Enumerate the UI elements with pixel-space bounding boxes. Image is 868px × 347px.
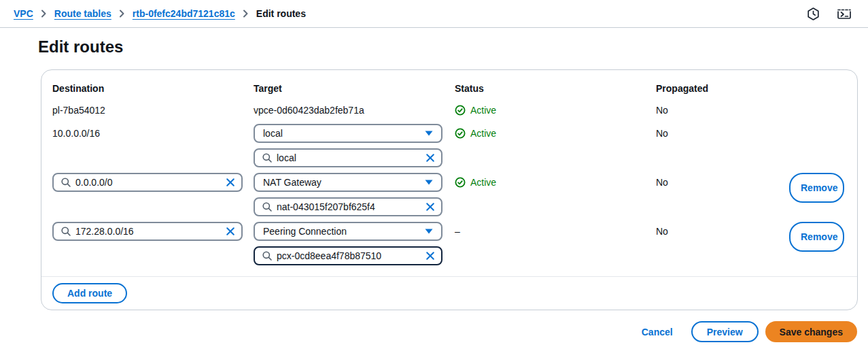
target-search-input[interactable] [277, 201, 419, 212]
target-search-input[interactable] [277, 152, 419, 163]
target-type-select[interactable]: NAT Gateway [254, 173, 442, 192]
chevron-right-icon [119, 10, 125, 18]
column-header-destination: Destination [52, 83, 254, 94]
add-route-button[interactable]: Add route [52, 283, 127, 303]
chevron-right-icon [41, 10, 47, 18]
destination-value: 10.0.0.0/16 [52, 124, 254, 143]
destination-search-box [52, 173, 243, 192]
topbar-icons [806, 7, 853, 21]
chevron-right-icon [243, 10, 249, 18]
table-row: pl-7ba54012 vpce-0d60423dab2feb71a Activ… [52, 103, 846, 117]
destination-search-box [52, 222, 243, 241]
target-search-input[interactable] [277, 250, 419, 261]
target-type-selected: Peering Connection [263, 226, 347, 237]
search-icon [262, 250, 273, 261]
propagated-value: No [656, 173, 789, 192]
target-type-select[interactable]: local [254, 124, 442, 143]
table-row: 10.0.0.0/16 local [52, 124, 846, 167]
cancel-button[interactable]: Cancel [642, 327, 673, 337]
chevron-down-icon [425, 229, 433, 234]
column-header-status: Status [455, 83, 656, 94]
destination-input[interactable] [75, 177, 220, 188]
destination-value: pl-7ba54012 [52, 103, 254, 117]
save-changes-button[interactable]: Save changes [765, 321, 857, 342]
clear-icon[interactable] [226, 227, 235, 236]
clear-icon[interactable] [426, 251, 435, 261]
clear-icon[interactable] [426, 153, 435, 163]
target-search-box [254, 197, 442, 216]
status-cell: Active [455, 103, 656, 117]
status-cell: Active [455, 173, 656, 192]
card-footer: Add route [41, 276, 857, 310]
search-icon [262, 201, 273, 212]
target-search-box [254, 148, 442, 167]
chevron-down-icon [425, 131, 433, 136]
chevron-down-icon [425, 180, 433, 185]
table-row: Peering Connection – No Remove [52, 222, 846, 265]
status-label: Active [470, 103, 496, 117]
target-type-selected: local [263, 128, 283, 139]
table-header-row: Destination Target Status Propagated [52, 83, 846, 94]
breadcrumb-current-page: Edit routes [256, 8, 306, 19]
breadcrumb: VPC Route tables rtb-0fefc24bd7121c81c E… [14, 8, 306, 19]
top-navigation-bar: VPC Route tables rtb-0fefc24bd7121c81c E… [0, 0, 868, 28]
propagated-value: No [656, 124, 789, 143]
breadcrumb-link-route-tables[interactable]: Route tables [54, 8, 111, 19]
clear-icon[interactable] [426, 202, 435, 212]
table-row: NAT Gateway [52, 173, 846, 216]
history-icon[interactable] [806, 7, 820, 21]
breadcrumb-link-route-table-id[interactable]: rtb-0fefc24bd7121c81c [133, 8, 235, 19]
target-value: vpce-0d60423dab2feb71a [254, 103, 455, 117]
remove-route-button[interactable]: Remove [789, 173, 844, 203]
cloudshell-icon[interactable] [837, 7, 853, 20]
search-icon [60, 226, 71, 237]
edit-routes-card: Destination Target Status Propagated pl-… [41, 69, 858, 310]
breadcrumb-link-vpc[interactable]: VPC [14, 8, 33, 19]
target-search-box [254, 246, 442, 265]
status-active-icon [455, 128, 466, 139]
status-active-icon [455, 177, 466, 188]
status-label: Active [470, 173, 496, 192]
propagated-value: No [656, 103, 789, 117]
search-icon [60, 177, 71, 188]
target-type-selected: NAT Gateway [263, 177, 322, 188]
status-cell: – [455, 222, 656, 241]
destination-input[interactable] [75, 226, 220, 237]
target-type-select[interactable]: Peering Connection [254, 222, 442, 241]
clear-icon[interactable] [226, 178, 235, 187]
propagated-value: No [656, 222, 789, 241]
page-actions: Cancel Preview Save changes [0, 321, 857, 342]
status-active-icon [455, 105, 466, 116]
status-cell: Active [455, 124, 656, 143]
column-header-propagated: Propagated [656, 83, 789, 94]
column-header-target: Target [254, 83, 455, 94]
remove-route-button[interactable]: Remove [789, 222, 844, 252]
search-icon [262, 152, 273, 163]
preview-button[interactable]: Preview [691, 321, 759, 342]
page-title: Edit routes [38, 37, 868, 56]
status-label: Active [470, 124, 496, 143]
